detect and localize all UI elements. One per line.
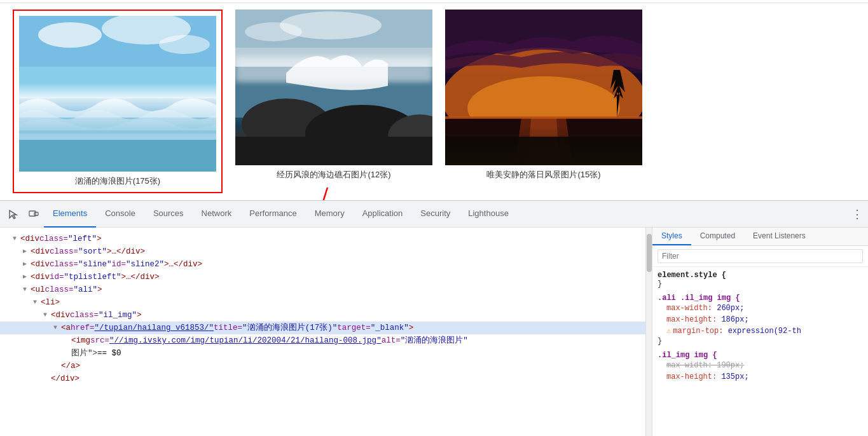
styles-tab-bar: Styles Computed Event Listeners: [652, 228, 868, 246]
svg-point-4: [159, 35, 210, 54]
warning-icon: ⚠: [666, 327, 671, 336]
svg-rect-6: [19, 140, 216, 172]
code-line-10: 图片"> == $0: [0, 347, 645, 360]
image-2-caption: 经历风浪的海边礁石图片(12张): [277, 169, 390, 181]
expand-div-tplistleft[interactable]: [23, 271, 31, 283]
style-rule-ilimg: .il_img img { max-width: 190px; max-heig…: [658, 351, 863, 383]
image-card-1[interactable]: 汹涌的海浪图片(175张): [13, 10, 223, 193]
expand-div-sline[interactable]: [23, 259, 31, 270]
device-icon-btn[interactable]: [24, 204, 44, 224]
styles-rules-content: element.style { } .ali .il_img img { max…: [652, 267, 868, 436]
wave-image-2: [235, 10, 432, 165]
style-rule-ali-img: .ali .il_img img { max-width: 260px; max…: [658, 294, 863, 346]
code-line-6: <li>: [0, 296, 645, 309]
expand-ul-ali[interactable]: [23, 284, 31, 296]
image-card-2[interactable]: 经历风浪的海边礁石图片(12张): [235, 10, 432, 181]
tab-styles[interactable]: Styles: [652, 228, 691, 245]
code-line-12: </div>: [0, 372, 645, 385]
svg-point-19: [467, 76, 620, 140]
svg-rect-27: [34, 212, 38, 215]
devtools-tab-bar: Elements Console Sources Network Perform…: [0, 201, 868, 228]
svg-rect-21: [445, 116, 642, 119]
image-card-3[interactable]: 唯美安静的落日风景图片(15张): [445, 10, 642, 181]
expand-li[interactable]: [33, 297, 41, 308]
devtools-panel: Elements Console Sources Network Perform…: [0, 200, 868, 436]
tab-console[interactable]: Console: [96, 201, 144, 228]
webpage-area: 汹涌的海浪图片(175张): [0, 3, 868, 200]
expand-div-ilimg[interactable]: [43, 310, 51, 321]
image-3-caption: 唯美安静的落日风景图片(15张): [486, 169, 600, 181]
code-line-1: <div class="left">: [0, 233, 645, 245]
styles-filter-area: [652, 246, 868, 267]
tab-performance[interactable]: Performance: [240, 201, 305, 228]
right-scrollbar[interactable]: [645, 228, 652, 436]
style-rule-element-style: element.style { }: [658, 271, 863, 289]
code-line-2: <div class="sort">…</div>: [0, 245, 645, 258]
sunset-image: [445, 10, 642, 165]
expand-div-left[interactable]: [13, 233, 20, 245]
expand-div-sort[interactable]: [23, 246, 31, 257]
code-line-11: </a>: [0, 360, 645, 372]
more-tabs-button[interactable]: ⋮: [850, 207, 865, 222]
tab-network[interactable]: Network: [193, 201, 241, 228]
code-line-5: <ul class="ali">: [0, 283, 645, 296]
tab-sources[interactable]: Sources: [144, 201, 193, 228]
code-line-9: <img src="//img.ivsky.com/img/tupian/li/…: [0, 334, 645, 347]
tab-security[interactable]: Security: [411, 201, 459, 228]
styles-filter-input[interactable]: [658, 249, 863, 263]
image-1-caption: 汹涌的海浪图片(175张): [75, 175, 160, 187]
code-line-8-highlighted[interactable]: <a href="/tupian/hailang_v61853/" title=…: [0, 322, 645, 334]
devtools-main-content: <div class="left"> <div class="sort">…</…: [0, 228, 868, 436]
svg-rect-22: [445, 137, 642, 165]
image-gallery: 汹涌的海浪图片(175张): [0, 3, 868, 200]
cursor-icon-btn[interactable]: [3, 204, 24, 224]
wave-image-1: [19, 16, 216, 172]
code-line-7: <div class="il_img">: [0, 309, 645, 322]
svg-point-10: [245, 22, 302, 41]
elements-code-panel[interactable]: <div class="left"> <div class="sort">…</…: [0, 228, 645, 436]
tab-application[interactable]: Application: [354, 201, 412, 228]
tab-memory[interactable]: Memory: [306, 201, 354, 228]
svg-rect-15: [235, 137, 432, 165]
svg-marker-25: [10, 210, 17, 219]
tab-lighthouse[interactable]: Lighthouse: [459, 201, 518, 228]
code-line-4: <div id="tplistleft">…</div>: [0, 271, 645, 283]
scrollbar-thumb[interactable]: [647, 234, 652, 272]
expand-a-link[interactable]: [53, 322, 61, 334]
svg-point-2: [38, 22, 102, 48]
tab-elements[interactable]: Elements: [44, 201, 96, 228]
tab-computed[interactable]: Computed: [691, 228, 744, 245]
styles-panel: Styles Computed Event Listeners element.…: [652, 228, 868, 436]
code-line-3: <div class="sline" id="sline2">…</div>: [0, 258, 645, 271]
tab-event-listeners[interactable]: Event Listeners: [744, 228, 815, 245]
